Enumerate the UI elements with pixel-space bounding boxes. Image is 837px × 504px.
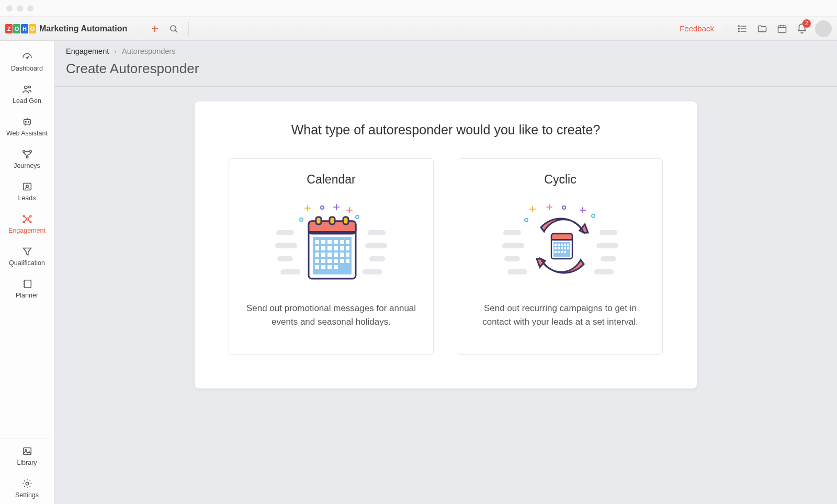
user-avatar[interactable] [815, 20, 832, 37]
sidebar-item-settings[interactable]: Settings [0, 472, 54, 504]
option-title: Calendar [243, 173, 420, 187]
tasks-button[interactable] [732, 20, 752, 37]
sidebar-item-journeys[interactable]: Journeys [0, 142, 54, 175]
sidebar-item-label: Dashboard [11, 65, 43, 72]
sidebar-item-library[interactable]: Library [0, 439, 54, 472]
svg-rect-124 [555, 251, 557, 253]
svg-rect-125 [558, 251, 560, 253]
breadcrumb-root[interactable]: Engagement [66, 47, 109, 55]
sidebar-item-web-assistant[interactable]: Web Assistant [0, 110, 54, 142]
svg-rect-60 [309, 231, 356, 234]
svg-rect-70 [346, 240, 349, 244]
logo-mark: Z O H O [5, 24, 36, 33]
svg-rect-10 [778, 26, 786, 32]
svg-line-31 [28, 216, 30, 218]
svg-rect-123 [567, 247, 569, 249]
svg-rect-34 [24, 280, 31, 288]
svg-rect-114 [555, 244, 557, 246]
sidebar: Dashboard Lead Gen Web Assistant Journey… [0, 41, 54, 504]
traffic-light-close[interactable] [6, 5, 13, 12]
svg-point-18 [25, 121, 26, 122]
svg-rect-65 [315, 240, 319, 244]
svg-line-30 [24, 216, 26, 218]
svg-rect-116 [561, 244, 563, 246]
svg-rect-77 [315, 253, 319, 257]
svg-rect-94 [600, 230, 617, 235]
notebook-icon [20, 278, 34, 290]
option-cyclic[interactable]: Cyclic [458, 158, 663, 355]
svg-rect-67 [327, 240, 332, 244]
svg-rect-85 [327, 259, 332, 263]
svg-rect-83 [315, 259, 319, 263]
folder-button[interactable] [752, 20, 772, 37]
window-chrome [0, 0, 837, 17]
svg-point-55 [356, 215, 359, 219]
svg-point-54 [300, 218, 303, 221]
svg-rect-121 [561, 247, 563, 249]
create-button[interactable] [145, 19, 164, 38]
sidebar-item-engagement[interactable]: Engagement [0, 207, 54, 239]
svg-point-26 [23, 215, 25, 217]
svg-point-19 [28, 121, 29, 122]
sidebar-item-dashboard[interactable]: Dashboard [0, 45, 54, 77]
svg-point-27 [29, 215, 31, 217]
svg-rect-44 [365, 243, 387, 248]
svg-rect-99 [507, 269, 527, 274]
sidebar-item-qualification[interactable]: Qualification [0, 239, 54, 272]
svg-rect-68 [334, 240, 338, 244]
svg-rect-87 [340, 259, 344, 263]
svg-rect-23 [23, 184, 31, 190]
svg-point-107 [592, 214, 595, 217]
logo-letter: O [29, 24, 36, 33]
sidebar-item-planner[interactable]: Planner [0, 272, 54, 304]
svg-rect-79 [327, 253, 332, 257]
sidebar-item-label: Leads [18, 194, 36, 202]
svg-point-22 [26, 156, 28, 158]
svg-rect-127 [564, 251, 566, 253]
svg-point-9 [738, 31, 739, 32]
svg-rect-93 [503, 230, 521, 235]
calendar-icon [776, 24, 788, 34]
option-calendar[interactable]: Calendar [229, 158, 434, 355]
svg-rect-120 [558, 247, 560, 249]
svg-rect-45 [277, 256, 293, 261]
feedback-link[interactable]: Feedback [680, 24, 714, 33]
svg-rect-42 [368, 230, 386, 235]
svg-rect-112 [551, 239, 572, 240]
traffic-light-minimize[interactable] [17, 5, 23, 12]
flow-icon [20, 148, 34, 160]
svg-rect-66 [321, 240, 325, 244]
sidebar-item-lead-gen[interactable]: Lead Gen [0, 77, 54, 110]
svg-rect-62 [330, 217, 335, 224]
network-icon [20, 213, 34, 225]
svg-point-29 [29, 221, 31, 223]
folder-icon [756, 24, 768, 34]
svg-point-24 [26, 185, 28, 187]
sidebar-item-label: Engagement [8, 227, 46, 234]
svg-rect-47 [280, 269, 300, 274]
svg-rect-76 [346, 246, 349, 250]
notifications-button[interactable]: 2 [792, 20, 812, 37]
svg-rect-100 [594, 269, 614, 274]
traffic-light-zoom[interactable] [27, 5, 33, 12]
sidebar-item-leads[interactable]: Leads [0, 175, 54, 207]
svg-line-32 [24, 220, 26, 221]
svg-rect-81 [340, 253, 344, 257]
svg-rect-82 [346, 253, 349, 257]
svg-rect-86 [334, 259, 338, 263]
svg-rect-17 [24, 119, 30, 124]
app-logo[interactable]: Z O H O Marketing Automation [5, 24, 127, 33]
divider [140, 21, 140, 36]
svg-point-8 [738, 28, 739, 29]
svg-point-7 [738, 26, 739, 27]
svg-point-106 [525, 219, 528, 222]
svg-rect-117 [564, 244, 566, 246]
search-button[interactable] [164, 19, 183, 38]
svg-rect-122 [564, 247, 566, 249]
option-title: Cyclic [472, 173, 649, 187]
svg-point-28 [23, 221, 25, 223]
calendar-button[interactable] [772, 20, 792, 37]
sidebar-item-label: Web Assistant [6, 130, 48, 137]
gauge-icon [20, 51, 34, 63]
svg-point-16 [28, 86, 30, 88]
